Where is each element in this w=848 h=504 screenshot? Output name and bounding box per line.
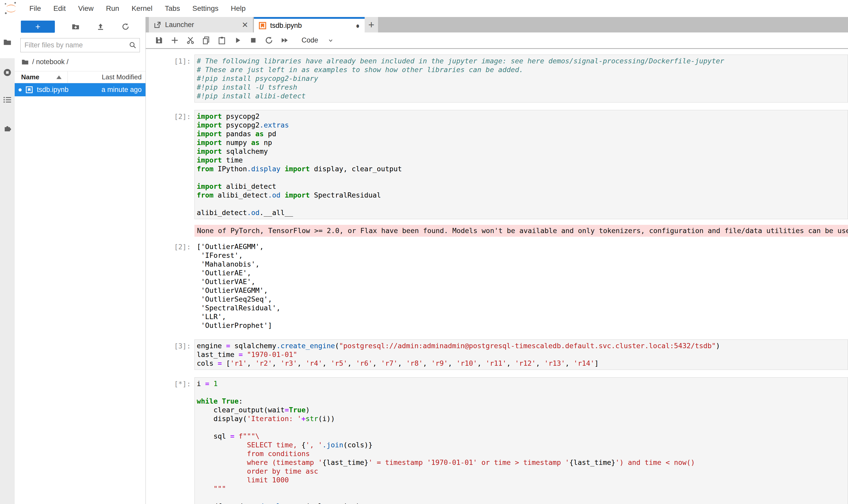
menu-run[interactable]: Run xyxy=(100,0,125,17)
menu-file[interactable]: File xyxy=(23,0,47,17)
last-modified-column-header[interactable]: Last Modified xyxy=(68,71,145,83)
unsaved-dot-icon: ● xyxy=(356,21,360,30)
code-cell: [*]:i = 1 while True: clear_output(wait=… xyxy=(146,377,848,504)
code-cell: [1]:# The following libraries have alrea… xyxy=(146,55,848,103)
menu-settings[interactable]: Settings xyxy=(186,0,224,17)
launcher-icon xyxy=(154,21,161,29)
home-folder-icon[interactable] xyxy=(21,58,29,66)
cell-prompt: [*]: xyxy=(146,377,194,504)
restart-run-all-icon[interactable] xyxy=(280,36,289,45)
file-row-tsdb[interactable]: tsdb.ipynb a minute ago xyxy=(15,83,145,96)
menu-view[interactable]: View xyxy=(72,0,100,17)
insert-cell-icon[interactable] xyxy=(170,36,179,45)
folder-icon[interactable] xyxy=(3,38,12,47)
breadcrumb[interactable]: / notebook / xyxy=(21,58,140,66)
cell-prompt: [3]: xyxy=(146,339,194,370)
file-browser-panel: + / not xyxy=(15,17,146,504)
cell-input-area: [2]:import psycopg2 import psycopg2.extr… xyxy=(146,110,848,219)
tab-tsdb-notebook[interactable]: tsdb.ipynb ● xyxy=(254,17,365,33)
notebook-icon xyxy=(258,22,267,30)
file-modified: a minute ago xyxy=(83,86,145,94)
menu-tabs[interactable]: Tabs xyxy=(159,0,186,17)
cell-input-area: [3]:engine = sqlalchemy.create_engine("p… xyxy=(146,339,848,370)
activity-bar xyxy=(0,17,15,504)
cell-code-editor[interactable]: engine = sqlalchemy.create_engine("postg… xyxy=(194,339,848,370)
menu-kernel[interactable]: Kernel xyxy=(125,0,159,17)
stop-icon[interactable] xyxy=(249,36,258,45)
tab-label: tsdb.ipynb xyxy=(270,22,355,30)
notebook-toolbar: Code xyxy=(146,33,848,49)
refresh-icon[interactable] xyxy=(121,22,130,31)
name-column-header[interactable]: Name xyxy=(15,73,68,81)
search-icon xyxy=(129,41,137,49)
breadcrumb-path: / notebook / xyxy=(32,58,69,66)
copy-icon[interactable] xyxy=(202,36,211,45)
menu-help[interactable]: Help xyxy=(224,0,252,17)
close-icon[interactable]: ✕ xyxy=(242,20,248,29)
tab-label: Launcher xyxy=(165,21,242,29)
stderr-output: None of PyTorch, TensorFlow >= 2.0, or F… xyxy=(194,225,848,237)
cell-list: [1]:# The following libraries have alrea… xyxy=(146,49,848,504)
running-icon[interactable] xyxy=(3,68,12,77)
new-folder-icon[interactable] xyxy=(71,22,80,31)
list-icon[interactable] xyxy=(3,95,12,104)
cut-icon[interactable] xyxy=(186,36,195,45)
chevron-down-icon xyxy=(327,37,334,44)
filter-files-input[interactable] xyxy=(20,38,140,52)
paste-icon[interactable] xyxy=(217,36,227,45)
cell-code-editor[interactable]: # The following libraries have already b… xyxy=(194,55,848,103)
cell-code-editor[interactable]: import psycopg2 import psycopg2.extras i… xyxy=(194,110,848,219)
dock-tab-bar: Launcher ✕ tsdb.ipynb ● + xyxy=(146,17,848,33)
tab-launcher[interactable]: Launcher ✕ xyxy=(149,17,253,33)
cell-output-text: ['OutlierAEGMM', 'IForest', 'Mahalanobis… xyxy=(194,240,848,332)
notebook-file-icon xyxy=(25,86,33,94)
cell-type-value: Code xyxy=(302,36,318,44)
upload-icon[interactable] xyxy=(96,22,105,31)
code-cell: [2]:import psycopg2 import psycopg2.extr… xyxy=(146,110,848,332)
sort-ascending-icon xyxy=(56,75,61,79)
kernel-running-dot xyxy=(19,88,22,91)
cell-code-editor[interactable]: i = 1 while True: clear_output(wait=True… xyxy=(194,377,848,504)
jupyter-logo xyxy=(4,1,19,16)
restart-icon[interactable] xyxy=(265,36,273,45)
new-tab-button[interactable]: + xyxy=(365,17,378,33)
cell-prompt: [2]: xyxy=(146,240,194,332)
cell-type-dropdown[interactable]: Code xyxy=(302,36,334,44)
cell-prompt: [1]: xyxy=(146,55,194,103)
execute-result: [2]:['OutlierAEGMM', 'IForest', 'Mahalan… xyxy=(146,240,848,332)
code-cell: [3]:engine = sqlalchemy.create_engine("p… xyxy=(146,339,848,370)
file-listing-header: Name Last Modified xyxy=(15,71,145,83)
cell-prompt: [2]: xyxy=(146,110,194,219)
run-icon[interactable] xyxy=(233,36,242,45)
cell-input-area: [1]:# The following libraries have alrea… xyxy=(146,55,848,103)
cell-input-area: [*]:i = 1 while True: clear_output(wait=… xyxy=(146,377,848,504)
new-launcher-button[interactable]: + xyxy=(21,21,55,33)
menu-edit[interactable]: Edit xyxy=(47,0,72,17)
save-icon[interactable] xyxy=(155,36,164,45)
file-name: tsdb.ipynb xyxy=(37,86,83,94)
puzzle-icon[interactable] xyxy=(3,124,12,133)
menu-bar: File Edit View Run Kernel Tabs Settings … xyxy=(0,0,848,17)
